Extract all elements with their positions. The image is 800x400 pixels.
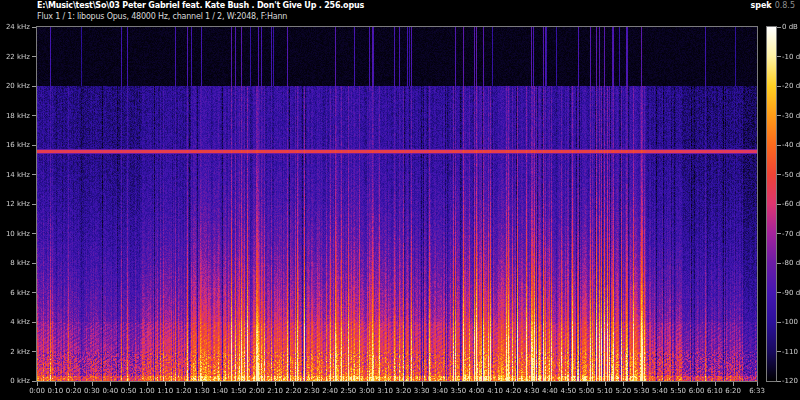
time-tick — [348, 382, 349, 386]
time-tick — [239, 382, 240, 386]
time-tick-label: 2:30 — [304, 387, 320, 395]
freq-tick-label: 14 kHz — [2, 171, 30, 179]
time-tick-label: 2:10 — [267, 387, 283, 395]
app-brand: spek0.8.5 — [750, 1, 795, 10]
file-path-title: E:\Music\test\So\03 Peter Gabriel feat. … — [37, 1, 364, 10]
stream-info: Flux 1 / 1: libopus Opus, 48000 Hz, chan… — [37, 12, 287, 21]
time-tick-label: 6:33 — [749, 387, 765, 395]
freq-tick-label: 16 kHz — [2, 141, 30, 149]
db-tick — [777, 174, 781, 175]
spek-window: E:\Music\test\So\03 Peter Gabriel feat. … — [0, 0, 800, 400]
time-tick-label: 2:50 — [341, 387, 357, 395]
db-tick-label: -60 dB — [782, 200, 800, 208]
time-tick — [385, 382, 386, 386]
time-tick-label: 1:10 — [157, 387, 173, 395]
time-tick-label: 1:50 — [231, 387, 247, 395]
time-tick — [532, 382, 533, 386]
time-tick-label: 0:20 — [66, 387, 82, 395]
freq-tick — [32, 233, 36, 234]
time-tick — [458, 382, 459, 386]
time-tick — [422, 382, 423, 386]
time-tick — [678, 382, 679, 386]
time-tick — [147, 382, 148, 386]
time-tick — [568, 382, 569, 386]
db-tick — [777, 204, 781, 205]
freq-tick — [32, 263, 36, 264]
time-tick-label: 3:30 — [414, 387, 430, 395]
time-tick — [605, 382, 606, 386]
freq-tick-label: 4 kHz — [2, 318, 30, 326]
time-tick — [74, 382, 75, 386]
time-tick-label: 2:20 — [286, 387, 302, 395]
freq-tick — [32, 27, 36, 28]
time-tick — [330, 382, 331, 386]
freq-tick — [32, 381, 36, 382]
time-tick-label: 1:00 — [139, 387, 155, 395]
time-tick-label: 6:00 — [689, 387, 705, 395]
time-tick — [587, 382, 588, 386]
time-tick — [257, 382, 258, 386]
time-tick-label: 1:20 — [176, 387, 192, 395]
time-tick — [312, 382, 313, 386]
time-tick-label: 3:20 — [396, 387, 412, 395]
freq-tick — [32, 56, 36, 57]
time-tick — [733, 382, 734, 386]
db-tick — [777, 322, 781, 323]
time-tick — [642, 382, 643, 386]
time-tick — [202, 382, 203, 386]
time-tick-label: 4:50 — [560, 387, 576, 395]
freq-tick-label: 18 kHz — [2, 112, 30, 120]
db-tick — [777, 145, 781, 146]
freq-tick — [32, 351, 36, 352]
time-tick — [660, 382, 661, 386]
time-tick — [477, 382, 478, 386]
time-tick-label: 6:20 — [725, 387, 741, 395]
time-tick-label: 6:10 — [707, 387, 723, 395]
time-tick-label: 2:00 — [249, 387, 265, 395]
time-tick-label: 4:40 — [542, 387, 558, 395]
time-tick-label: 0:50 — [121, 387, 137, 395]
time-tick-label: 5:10 — [597, 387, 613, 395]
time-tick — [757, 382, 758, 386]
time-tick — [220, 382, 221, 386]
db-tick — [777, 233, 781, 234]
time-tick — [550, 382, 551, 386]
time-tick — [293, 382, 294, 386]
spectrogram-canvas — [37, 27, 757, 381]
db-tick-label: -120 dB — [782, 377, 800, 385]
time-tick — [275, 382, 276, 386]
db-tick-label: -20 dB — [782, 82, 800, 90]
db-tick-label: -50 dB — [782, 171, 800, 179]
freq-tick-label: 0 kHz — [2, 377, 30, 385]
db-tick-label: -10 dB — [782, 53, 800, 61]
time-tick-label: 5:40 — [652, 387, 668, 395]
freq-tick-label: 22 kHz — [2, 53, 30, 61]
db-tick-label: -80 dB — [782, 259, 800, 267]
time-tick-label: 4:00 — [469, 387, 485, 395]
db-tick — [777, 86, 781, 87]
freq-tick — [32, 115, 36, 116]
freq-tick — [32, 174, 36, 175]
time-tick — [165, 382, 166, 386]
time-tick — [623, 382, 624, 386]
db-tick-label: -70 dB — [782, 230, 800, 238]
time-tick — [184, 382, 185, 386]
freq-tick-label: 24 kHz — [2, 23, 30, 31]
time-tick — [513, 382, 514, 386]
time-tick-label: 0:10 — [47, 387, 63, 395]
time-tick-label: 3:40 — [432, 387, 448, 395]
freq-tick — [32, 145, 36, 146]
db-tick-label: 0 dB — [782, 23, 798, 31]
freq-tick — [32, 322, 36, 323]
time-tick-label: 0:00 — [29, 387, 45, 395]
time-tick-label: 1:40 — [212, 387, 228, 395]
db-tick-label: -90 dB — [782, 289, 800, 297]
freq-tick-label: 20 kHz — [2, 82, 30, 90]
spectrogram — [37, 27, 757, 381]
db-tick-label: -100 dB — [782, 318, 800, 326]
time-tick-label: 3:50 — [450, 387, 466, 395]
db-tick — [777, 292, 781, 293]
time-tick-label: 3:00 — [359, 387, 375, 395]
freq-tick-label: 6 kHz — [2, 289, 30, 297]
time-tick-label: 2:40 — [322, 387, 338, 395]
